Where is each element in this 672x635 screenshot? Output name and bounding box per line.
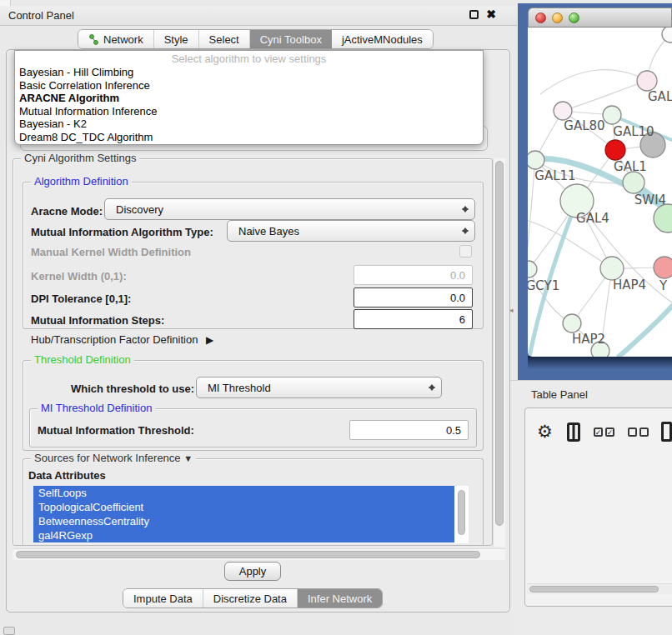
window-shadow <box>528 356 672 369</box>
attribute-item-selected[interactable]: TopologicalCoefficient <box>33 500 454 514</box>
network-node[interactable] <box>654 257 672 278</box>
network-node[interactable] <box>662 28 672 42</box>
network-icon <box>88 34 99 45</box>
deselect-columns-icon[interactable] <box>628 428 649 437</box>
tab-infer-network[interactable]: Infer Network <box>298 589 382 608</box>
data-attributes-label: Data Attributes <box>28 469 106 482</box>
new-table-icon[interactable] <box>661 422 672 442</box>
dropdown-item[interactable]: Mutual Information Inference <box>15 105 483 118</box>
node-label: GAL4 <box>576 211 609 226</box>
node-label: GAL <box>648 89 672 104</box>
mi-threshold-label: Mutual Information Threshold: <box>38 424 194 437</box>
network-node[interactable] <box>603 106 621 124</box>
network-view-window: GAL80 GAL10 GAL1 GAL11 SWI4 GAL4 GCY1 HA… <box>528 8 672 357</box>
network-canvas[interactable]: GAL80 GAL10 GAL1 GAL11 SWI4 GAL4 GCY1 HA… <box>528 28 672 357</box>
node-label: GAL1 <box>614 159 647 174</box>
settings-vertical-scrollbar[interactable] <box>493 158 505 547</box>
combo-stepper-icon <box>462 224 469 238</box>
mi-type-combobox[interactable]: Naive Bayes <box>227 220 475 242</box>
network-node[interactable] <box>623 172 644 193</box>
tab-style[interactable]: Style <box>154 30 199 48</box>
mi-steps-field[interactable]: 6 <box>354 309 473 329</box>
table-horizontal-scrollbar[interactable] <box>527 583 672 594</box>
hub-definition-label: Hub/Transcription Factor Definition <box>31 333 198 346</box>
settings-vertical-scrollbar-thumb[interactable] <box>495 161 504 526</box>
hub-definition-expander[interactable]: Hub/Transcription Factor Definition ▶ <box>31 333 213 346</box>
tab-network[interactable]: Network <box>78 30 154 48</box>
collapse-down-icon: ▼ <box>183 453 193 463</box>
algorithm-definition-title: Algorithm Definition <box>31 175 132 188</box>
node-label: GAL11 <box>534 168 575 183</box>
aracne-mode-label: Aracne Mode: <box>31 205 103 218</box>
settings-horizontal-scrollbar-thumb[interactable] <box>16 551 480 558</box>
network-node[interactable] <box>563 314 581 332</box>
checked-checkbox-icon: ✓ <box>605 428 614 437</box>
apply-button[interactable]: Apply <box>224 562 281 581</box>
control-panel-title: Control Panel <box>0 9 74 22</box>
which-threshold-combobox[interactable]: MI Threshold <box>196 377 442 398</box>
select-columns-icon[interactable]: ✓ ✓ <box>594 428 614 437</box>
attribute-list-scrollbar-thumb[interactable] <box>458 490 465 535</box>
aracne-mode-combobox[interactable]: Discovery <box>104 198 475 220</box>
close-panel-icon[interactable]: ✖ <box>486 10 496 19</box>
tab-impute-data[interactable]: Impute Data <box>123 589 203 608</box>
splitter-handle-icon[interactable]: ◂ <box>509 306 514 314</box>
combo-stepper-icon <box>462 202 469 216</box>
kernel-width-field[interactable]: 0.0 <box>354 265 473 285</box>
tab-network-label: Network <box>103 33 143 46</box>
sources-title: Sources for Network Inference <box>34 452 181 464</box>
dropdown-item[interactable]: Bayesian - K2 <box>15 118 483 131</box>
network-node[interactable] <box>637 71 657 91</box>
network-node[interactable] <box>600 257 624 280</box>
node-label: GCY1 <box>528 278 559 293</box>
dpi-tolerance-label: DPI Tolerance [0,1]: <box>31 292 131 305</box>
close-window-icon[interactable] <box>535 12 546 23</box>
tab-select[interactable]: Select <box>199 30 250 48</box>
attribute-item-selected[interactable]: gal4RGexp <box>33 528 454 542</box>
tab-discretize-data[interactable]: Discretize Data <box>203 589 298 608</box>
panel-notch <box>0 0 11 6</box>
settings-gear-icon[interactable]: ⚙ <box>537 422 553 442</box>
screen: Control Panel ✖ Network Style Select Cyn… <box>0 0 672 635</box>
network-window-titlebar[interactable] <box>528 8 672 28</box>
sources-collapser[interactable]: Sources for Network Inference ▼ <box>31 452 196 464</box>
mi-threshold-field[interactable]: 0.5 <box>349 420 469 440</box>
network-node[interactable] <box>528 151 544 169</box>
table-horizontal-scrollbar-thumb[interactable] <box>529 586 659 592</box>
dropdown-item-selected[interactable]: ARACNE Algorithm <box>15 92 483 105</box>
mi-steps-label: Mutual Information Steps: <box>31 314 164 327</box>
table-panel-title: Table Panel <box>531 388 588 401</box>
control-panel-titlebar: Control Panel ✖ <box>0 6 517 26</box>
network-node[interactable] <box>528 261 537 278</box>
node-label: GAL10 <box>613 124 654 139</box>
split-columns-icon[interactable] <box>567 422 580 442</box>
node-label: HAP4 <box>613 278 646 292</box>
dropdown-item[interactable]: Basic Correlation Inference <box>15 79 483 92</box>
checked-checkbox-icon: ✓ <box>594 428 603 437</box>
network-node[interactable] <box>554 102 572 120</box>
combo-stepper-icon <box>429 381 435 394</box>
attribute-list-scrollbar[interactable] <box>456 487 467 543</box>
node-label: HAP2 <box>572 332 605 347</box>
which-threshold-value: MI Threshold <box>197 382 271 394</box>
network-node-selected[interactable] <box>605 140 625 160</box>
data-attributes-list: SelfLoops TopologicalCoefficient Between… <box>33 486 469 543</box>
dropdown-item[interactable]: Dream8 DC_TDC Algorithm <box>15 131 483 144</box>
attribute-item-selected[interactable]: SelfLoops <box>33 486 454 500</box>
dpi-tolerance-field[interactable]: 0.0 <box>354 288 473 308</box>
settings-horizontal-scrollbar[interactable] <box>13 548 505 560</box>
tab-cyni-toolbox[interactable]: Cyni Toolbox <box>250 30 332 48</box>
zoom-window-icon[interactable] <box>569 12 579 23</box>
manual-kernel-checkbox[interactable] <box>459 245 472 258</box>
collapsed-panel-icon[interactable] <box>3 627 15 635</box>
which-threshold-label: Which threshold to use: <box>71 382 194 395</box>
attribute-item-selected[interactable]: BetweennessCentrality <box>33 514 454 528</box>
settings-group-title: Cyni Algorithm Settings <box>21 152 139 164</box>
float-panel-icon[interactable] <box>469 10 479 19</box>
tab-jactivemnodules[interactable]: jActiveMNodules <box>332 30 433 48</box>
manual-kernel-label: Manual Kernel Width Definition <box>31 246 191 258</box>
network-graph: GAL80 GAL10 GAL1 GAL11 SWI4 GAL4 GCY1 HA… <box>528 28 672 357</box>
dropdown-item[interactable]: Bayesian - Hill Climbing <box>15 66 483 79</box>
minimize-window-icon[interactable] <box>552 12 563 23</box>
network-node[interactable] <box>654 204 672 232</box>
